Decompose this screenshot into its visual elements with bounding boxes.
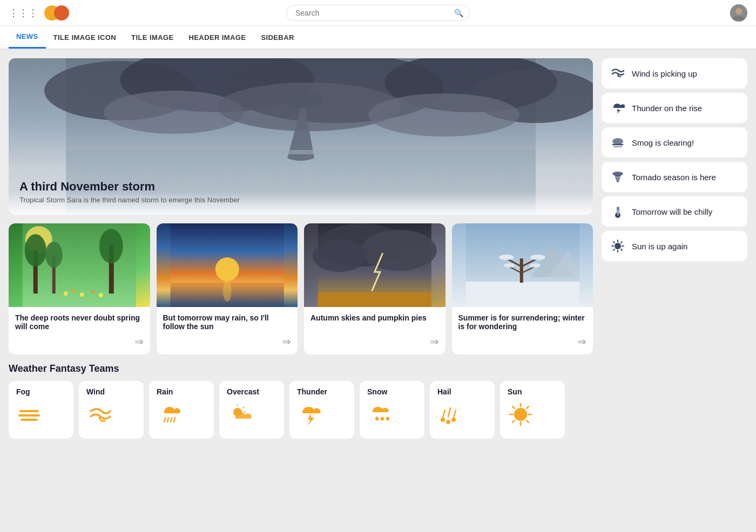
svg-line-85 [526,406,529,408]
svg-line-86 [512,420,515,422]
team-card-hail[interactable]: Hail [430,381,495,439]
nav-tile-image[interactable]: TILE IMAGE [124,27,181,48]
sidebar-item-tornado[interactable]: Tornado season is here [602,162,747,192]
svg-line-74 [454,410,456,418]
svg-line-83 [512,406,515,408]
svg-point-45 [530,255,545,260]
nav-header-image[interactable]: HEADER IMAGE [181,27,254,48]
svg-point-31 [222,280,231,302]
team-label: Overcast [227,387,259,396]
sidebar-item-chilly[interactable]: Tomorrow will be chilly [602,196,747,227]
svg-line-72 [443,410,445,418]
team-card-fog[interactable]: Fog [9,381,73,439]
secondary-nav: NEWS TILE IMAGE ICON TILE IMAGE HEADER I… [0,26,756,50]
sidebar-item-label: Tomorrow will be chilly [632,207,712,216]
svg-point-11 [368,93,519,137]
teams-section-title: Weather Fantasy Teams [9,363,593,374]
nav-sidebar[interactable]: SIDEBAR [253,27,301,48]
sidebar-cold-icon [610,204,625,219]
team-card-thunder[interactable]: Thunder [289,381,354,439]
svg-point-12 [285,92,322,108]
teams-grid: Fog Wind [9,381,593,439]
svg-line-84 [526,420,529,422]
article-image-sunset [157,223,298,307]
team-card-snow[interactable]: Snow [360,381,424,439]
main-content: A third November storm Tropical Storm Sa… [0,50,756,447]
svg-line-52 [167,418,168,422]
svg-point-27 [99,293,103,297]
left-column: A third November storm Tropical Storm Sa… [9,58,593,439]
hero-overlay: A third November storm Tropical Storm Sa… [9,169,593,215]
svg-point-25 [80,292,84,297]
svg-point-29 [215,257,239,281]
svg-point-44 [498,255,514,260]
wind-icon [86,401,112,432]
sidebar-item-thunder[interactable]: Thunder on the rise [602,93,747,123]
sidebar-item-label: Wind is picking up [632,69,697,78]
article-arrow[interactable]: ⇒ [134,335,144,348]
article-arrow[interactable]: ⇒ [430,335,439,348]
svg-point-22 [99,229,123,263]
team-card-overcast[interactable]: Overcast [219,381,284,439]
article-image-winter [452,223,593,307]
right-column: Wind is picking up Thunder on the rise [602,58,747,439]
article-body: Summer is for surrendering; winter is fo… [452,307,593,354]
svg-point-46 [503,263,514,268]
logo [44,5,69,21]
article-card: Summer is for surrendering; winter is fo… [452,223,593,354]
article-grid: The deep roots never doubt spring will c… [9,223,593,354]
nav-news[interactable]: NEWS [9,26,46,49]
svg-marker-59 [307,413,314,426]
svg-rect-38 [465,282,579,307]
rain-icon [157,401,183,432]
svg-point-24 [72,289,76,292]
sidebar-wind-icon [610,66,625,81]
fog-icon [16,401,42,432]
avatar[interactable] [730,4,747,22]
svg-point-97 [615,243,621,249]
sidebar-smog-icon [610,135,625,150]
svg-point-47 [529,263,540,268]
search-wrapper: 🔍 [286,5,470,21]
svg-line-104 [621,242,622,243]
team-label: Fog [16,387,30,396]
svg-point-35 [313,240,367,272]
svg-line-102 [613,242,615,243]
sidebar-item-label: Thunder on the rise [632,104,702,113]
team-label: Wind [86,387,105,396]
svg-point-76 [446,420,450,424]
logo-circle2 [54,5,69,21]
svg-line-57 [243,407,244,408]
team-card-sun[interactable]: Sun [500,381,565,439]
team-label: Thunder [297,387,327,396]
thunder-icon [297,401,323,432]
article-image-storm [304,223,446,307]
article-card: The deep roots never doubt spring will c… [9,223,150,354]
svg-line-105 [613,249,615,250]
article-title: The deep roots never doubt spring will c… [15,313,144,331]
svg-point-88 [612,138,623,145]
svg-point-77 [451,418,456,422]
sidebar-item-sun[interactable]: Sun is up again [602,231,747,261]
article-arrow[interactable]: ⇒ [577,335,586,348]
svg-point-26 [91,290,94,294]
sidebar-item-smog[interactable]: Smog is clearing! [602,127,747,158]
team-label: Rain [157,387,173,396]
svg-point-34 [361,230,437,271]
overcast-icon [227,401,253,432]
team-card-wind[interactable]: Wind [79,381,144,439]
sidebar-item-wind[interactable]: Wind is picking up [602,58,747,88]
team-card-rain[interactable]: Rain [149,381,214,439]
sidebar-item-label: Sun is up again [632,242,687,251]
article-title: Summer is for surrendering; winter is fo… [458,313,587,331]
article-card: Autumn skies and pumpkin pies ⇒ [304,223,446,354]
search-input[interactable] [286,5,470,21]
svg-point-18 [25,234,46,267]
nav-tile-image-icon[interactable]: TILE IMAGE ICON [46,27,124,48]
svg-point-1 [735,8,742,15]
article-arrow[interactable]: ⇒ [282,335,291,348]
grid-icon[interactable]: ⋮⋮⋮ [9,7,38,19]
team-label: Snow [367,387,387,396]
team-label: Hail [437,387,451,396]
sidebar-thunder-icon [610,100,625,115]
